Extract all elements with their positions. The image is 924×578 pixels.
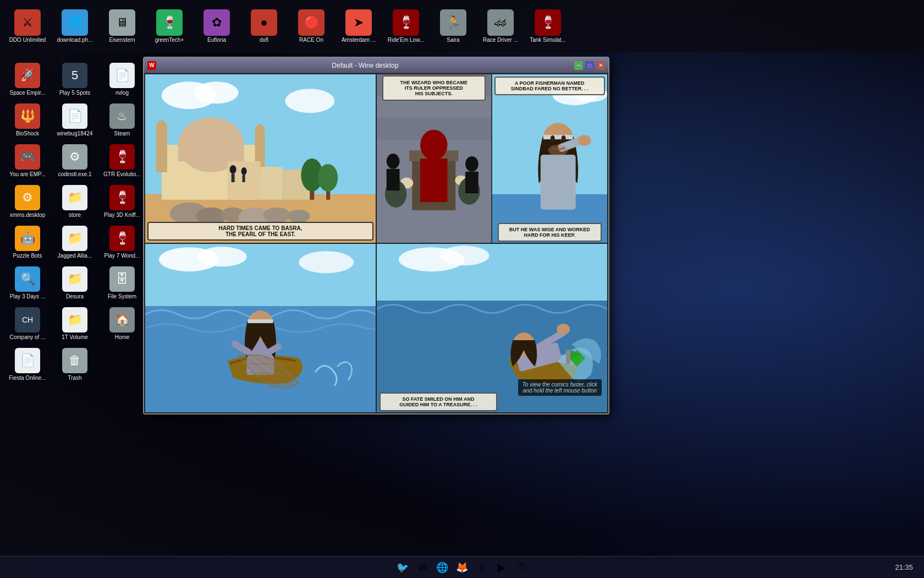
top-icon-symbol-9: 🏃 bbox=[446, 15, 461, 30]
wine-titlebar: W Default - Wine desktop ─ □ ✕ bbox=[144, 58, 608, 73]
top-taskbar-icon-6[interactable]: 🔴 RACE On bbox=[289, 7, 333, 45]
globe-icon[interactable]: 🌐 bbox=[433, 559, 451, 576]
desktop-icon-12[interactable]: 🤖 Puzzle Bots bbox=[6, 223, 50, 261]
desktop-icon-5[interactable]: ♨ Steam bbox=[100, 101, 144, 139]
desk-icon-symbol-22: 🗑 bbox=[69, 353, 81, 368]
top-taskbar-icon-1[interactable]: 🌐 download.ph... bbox=[53, 7, 97, 45]
svg-point-25 bbox=[230, 165, 237, 174]
desk-icon-symbol-13: 📁 bbox=[68, 231, 82, 246]
desktop-icon-10[interactable]: 📁 store bbox=[53, 183, 97, 220]
desktop-icon-0[interactable]: 🚀 Space Empir... bbox=[6, 61, 50, 98]
comic-panel-bottom-right[interactable]: To view the comics faster, click and hol… bbox=[377, 244, 607, 412]
desktop-icon-13[interactable]: 📁 Jagged Allia... bbox=[53, 223, 97, 261]
comic-panel-top-right[interactable]: THE WIZARD WHO BECAME ITS RULER OPPRESSE… bbox=[377, 74, 607, 243]
desktop-icon-4[interactable]: 📄 winebug18424 bbox=[53, 101, 97, 139]
desktop-icon-11[interactable]: 🍷 Play 3D Kniff... bbox=[100, 183, 144, 220]
top-icon-symbol-0: ⚔ bbox=[22, 15, 33, 30]
svg-rect-45 bbox=[387, 169, 400, 191]
desk-icon-symbol-21: 📄 bbox=[20, 353, 35, 368]
desk-icon-label-22: Trash bbox=[68, 375, 81, 381]
desktop-icon-7[interactable]: ⚙ codinstl.exe.1 bbox=[53, 142, 97, 179]
top-icon-label-8: Ride'Em Low... bbox=[386, 37, 426, 43]
desktop-icon-14[interactable]: 🍷 Play 7 Wond... bbox=[100, 223, 144, 261]
desktop-icon-2[interactable]: 📄 nvlog bbox=[100, 61, 144, 98]
svg-point-63 bbox=[299, 251, 354, 273]
envelope-icon[interactable]: ✉ bbox=[414, 559, 431, 576]
firefox-icon[interactable]: 🦊 bbox=[453, 559, 471, 576]
panel-br-bottom-caption: SO FATE SMILED ON HIM AND GUIDED HIM TO … bbox=[380, 392, 497, 411]
desk-icon-label-21: Fiesta Online... bbox=[9, 375, 46, 381]
pointer-icon[interactable]: ⇧ bbox=[473, 559, 491, 576]
comic-panel-top-left[interactable]: HARD TIMES CAME TO BASRA, THE PEARL OF T… bbox=[145, 74, 376, 243]
top-icon-symbol-10: 🏎 bbox=[494, 15, 507, 30]
desktop-icon-19[interactable]: 📁 1T Volume bbox=[53, 305, 97, 342]
bird-icon[interactable]: 🐦 bbox=[394, 559, 411, 576]
desktop-icon-1[interactable]: 5 Play 5 Spots bbox=[53, 61, 97, 98]
desk-icon-label-19: 1T Volume bbox=[62, 334, 88, 340]
desk-icon-label-6: You are EMP... bbox=[9, 171, 46, 177]
panel-tr-top-caption: THE WIZARD WHO BECAME ITS RULER OPPRESSE… bbox=[382, 75, 486, 101]
top-icon-symbol-5: ● bbox=[260, 15, 267, 30]
desk-icon-label-1: Play 5 Spots bbox=[59, 90, 90, 96]
top-taskbar-icon-4[interactable]: ✿ Eufloria bbox=[195, 7, 239, 45]
top-taskbar-icon-11[interactable]: 🍷 Tank Simulat... bbox=[526, 7, 570, 45]
svg-point-56 bbox=[578, 135, 591, 146]
top-taskbar-icon-5[interactable]: ● dx8 bbox=[242, 7, 286, 45]
panel-tr-right-caption: A POOR FISHERMAN NAMED SINDBAD FARED NO … bbox=[494, 77, 606, 95]
desk-icon-symbol-8: 🍷 bbox=[115, 150, 130, 164]
comic-content-area[interactable]: HARD TIMES CAME TO BASRA, THE PEARL OF T… bbox=[144, 73, 608, 413]
desk-icon-symbol-12: 🤖 bbox=[20, 231, 35, 246]
top-taskbar-icon-8[interactable]: 🍷 Ride'Em Low... bbox=[384, 7, 428, 45]
desk-icon-label-10: store bbox=[69, 212, 81, 218]
top-taskbar-icon-10[interactable]: 🏎 Race Driver ... bbox=[479, 7, 522, 45]
wine-minimize-button[interactable]: ─ bbox=[574, 61, 583, 70]
desk-icon-symbol-10: 📁 bbox=[68, 190, 82, 205]
wine-maximize-button[interactable]: □ bbox=[585, 61, 594, 70]
svg-rect-67 bbox=[248, 319, 273, 323]
desk-icon-symbol-14: 🍷 bbox=[115, 231, 130, 246]
hint-text: To view the comics faster, click and hol… bbox=[518, 379, 602, 396]
taskbar-time: 21:35 bbox=[895, 563, 913, 571]
desktop-icon-9[interactable]: ⚙ xmms.desktop bbox=[6, 183, 50, 220]
desktop-icon-15[interactable]: 🔍 Play 3 Days ... bbox=[6, 264, 50, 302]
desktop-icon-16[interactable]: 📁 Desura bbox=[53, 264, 97, 302]
desktop-icon-20[interactable]: 🏠 Home bbox=[100, 305, 144, 342]
svg-point-27 bbox=[241, 167, 247, 175]
taskbar: 🐦✉🌐🦊⇧▶⏱ 21:35 bbox=[0, 556, 924, 578]
top-taskbar-icon-7[interactable]: ➤ Amsterdam ... bbox=[337, 7, 381, 45]
desk-icon-symbol-4: 📄 bbox=[68, 109, 82, 123]
svg-point-58 bbox=[561, 135, 565, 141]
wine-close-button[interactable]: ✕ bbox=[596, 61, 605, 70]
svg-point-4 bbox=[285, 89, 334, 113]
svg-point-23 bbox=[263, 208, 290, 223]
desktop-icons-area: 🚀 Space Empir... 5 Play 5 Spots 📄 nvlog … bbox=[6, 6, 143, 383]
svg-rect-53 bbox=[543, 135, 573, 139]
desk-icon-symbol-1: 5 bbox=[72, 68, 78, 83]
desktop-icon-22[interactable]: 🗑 Trash bbox=[53, 346, 97, 383]
top-taskbar-icon-2[interactable]: 🖥 Eisenstern bbox=[100, 7, 144, 45]
desk-icon-symbol-5: ♨ bbox=[117, 109, 128, 123]
desktop-icon-8[interactable]: 🍷 GTR Evolutio... bbox=[100, 142, 144, 179]
top-icon-symbol-4: ✿ bbox=[212, 15, 222, 30]
desk-icon-symbol-7: ⚙ bbox=[69, 150, 80, 164]
desk-icon-symbol-9: ⚙ bbox=[22, 190, 33, 205]
top-taskbar: ⚔ DDO Unlimited 🌐 download.ph... 🖥 Eisen… bbox=[0, 0, 924, 52]
desk-icon-label-4: winebug18424 bbox=[57, 130, 92, 137]
desk-icon-symbol-20: 🏠 bbox=[115, 313, 130, 327]
top-taskbar-icon-9[interactable]: 🏃 Saira bbox=[431, 7, 475, 45]
desktop-icon-21[interactable]: 📄 Fiesta Online... bbox=[6, 346, 50, 383]
svg-rect-7 bbox=[178, 145, 244, 161]
top-icon-symbol-8: 🍷 bbox=[399, 15, 414, 30]
forward-icon[interactable]: ▶ bbox=[493, 559, 510, 576]
settings-icon[interactable]: ⏱ bbox=[513, 559, 530, 576]
top-taskbar-icon-0[interactable]: ⚔ DDO Unlimited bbox=[6, 7, 50, 45]
top-taskbar-icon-3[interactable]: 🍷 greenTech+ bbox=[147, 7, 191, 45]
desktop-icon-3[interactable]: 🔱 BioShock bbox=[6, 101, 50, 139]
desktop-icon-6[interactable]: 🎮 You are EMP... bbox=[6, 142, 50, 179]
desk-icon-label-5: Steam bbox=[114, 130, 130, 137]
desk-icon-label-15: Play 3 Days ... bbox=[10, 293, 45, 299]
comic-panel-bottom-left[interactable] bbox=[145, 244, 376, 412]
desktop-icon-18[interactable]: CH Company of ... bbox=[6, 305, 50, 342]
desktop-icon-17[interactable]: 🗄 File System bbox=[100, 264, 144, 302]
svg-point-18 bbox=[318, 164, 338, 192]
